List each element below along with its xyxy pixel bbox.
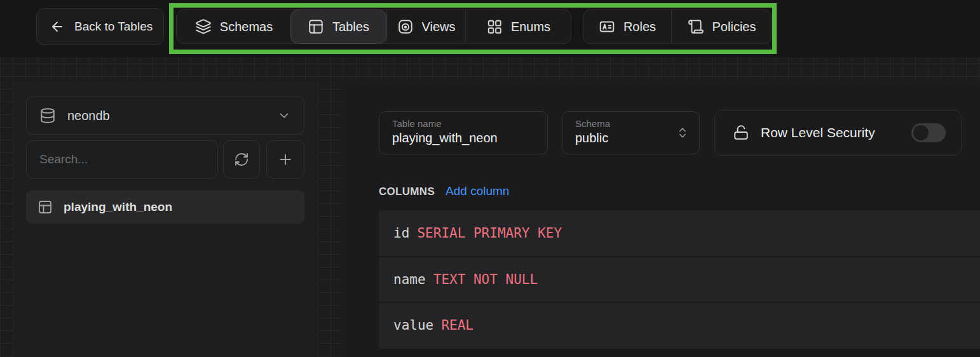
refresh-button[interactable] xyxy=(223,140,260,178)
schema-label: Schema xyxy=(575,118,688,130)
column-name: id xyxy=(393,226,409,241)
tab-policies-label: Policies xyxy=(712,20,756,34)
refresh-icon xyxy=(234,152,249,167)
table-editor-panel: Table name playing_with_neon Schema publ… xyxy=(341,82,980,357)
tab-tables[interactable]: Tables xyxy=(290,10,386,44)
arrow-left-icon xyxy=(50,19,65,34)
search-input[interactable] xyxy=(26,140,218,178)
table-name-label: Table name xyxy=(392,118,536,130)
row-level-security-card: Row Level Security xyxy=(714,110,962,156)
column-row-name[interactable]: name TEXT NOT NULL xyxy=(379,256,980,302)
column-definition: SERIAL PRIMARY KEY xyxy=(417,226,562,241)
rls-toggle[interactable] xyxy=(911,123,946,142)
column-name: value xyxy=(393,318,433,333)
layers-icon xyxy=(195,18,212,35)
grid-icon xyxy=(486,18,503,35)
tab-roles-label: Roles xyxy=(623,20,656,34)
id-card-icon xyxy=(599,18,615,35)
table-icon xyxy=(308,18,324,35)
sidebar: neondb playing_with_neon xyxy=(13,82,318,357)
sidebar-table-item-playing-with-neon[interactable]: playing_with_neon xyxy=(26,191,304,224)
columns-section-title: COLUMNS xyxy=(379,185,435,198)
table-name-value: playing_with_neon xyxy=(392,130,536,147)
column-name: name xyxy=(393,272,426,287)
lock-open-icon xyxy=(733,125,749,141)
topbar: Back to Tables Schemas Tables Views xyxy=(0,0,980,57)
back-to-tables-button[interactable]: Back to Tables xyxy=(36,8,164,45)
object-type-tab-group: Schemas Tables Views Enums xyxy=(176,10,571,44)
chevrons-up-down-icon xyxy=(676,126,689,139)
tab-roles[interactable]: Roles xyxy=(583,10,671,43)
tab-schemas[interactable]: Schemas xyxy=(177,10,291,43)
tab-policies[interactable]: Policies xyxy=(671,10,772,43)
database-icon xyxy=(39,107,56,124)
add-table-button[interactable] xyxy=(266,140,304,178)
view-icon xyxy=(397,18,414,35)
rls-toggle-knob xyxy=(913,125,929,140)
database-name: neondb xyxy=(67,109,110,123)
tab-tables-label: Tables xyxy=(332,20,369,34)
schema-value: public xyxy=(575,130,688,147)
column-row-value[interactable]: value REAL xyxy=(379,302,980,347)
tab-enums-label: Enums xyxy=(511,20,550,34)
table-item-label: playing_with_neon xyxy=(64,200,172,214)
scroll-icon xyxy=(688,18,704,35)
tab-views[interactable]: Views xyxy=(386,10,465,43)
column-definition: REAL xyxy=(441,318,473,333)
tab-schemas-label: Schemas xyxy=(220,20,273,34)
rls-label: Row Level Security xyxy=(761,125,875,140)
column-definition: TEXT NOT NULL xyxy=(433,272,538,287)
back-button-label: Back to Tables xyxy=(74,20,153,34)
schema-select[interactable]: Schema public xyxy=(562,111,700,154)
database-selector[interactable]: neondb xyxy=(26,97,304,135)
column-row-id[interactable]: id SERIAL PRIMARY KEY xyxy=(379,210,980,256)
tab-views-label: Views xyxy=(422,20,456,34)
chevron-down-icon xyxy=(277,109,291,123)
table-name-field[interactable]: Table name playing_with_neon xyxy=(379,111,548,154)
drizzle-studio-screen: Back to Tables Schemas Tables Views xyxy=(0,0,980,357)
columns-header: COLUMNS Add column xyxy=(379,184,509,198)
add-column-link[interactable]: Add column xyxy=(446,184,509,198)
table-icon xyxy=(37,199,53,215)
columns-list: id SERIAL PRIMARY KEY name TEXT NOT NULL… xyxy=(379,210,980,349)
plus-icon xyxy=(277,151,294,168)
tab-enums[interactable]: Enums xyxy=(465,10,571,43)
access-tab-group: Roles Policies xyxy=(583,10,772,44)
